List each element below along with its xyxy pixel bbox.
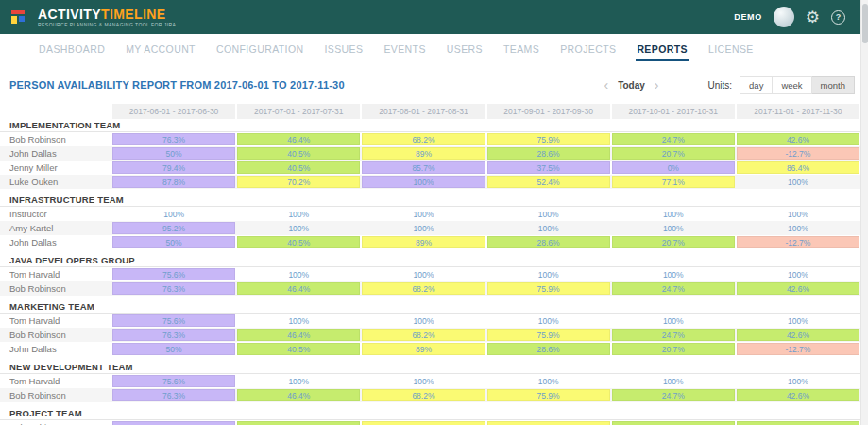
availability-cell: 75.6%: [112, 375, 235, 387]
app-logo-icon[interactable]: [11, 9, 30, 25]
availability-cell: 76.3%: [112, 133, 235, 145]
team-section-header: NEW DEVELOPMENT TEAM: [0, 361, 860, 374]
person-name: Tom Harvald: [0, 267, 111, 281]
availability-cell: 24.7%: [612, 282, 735, 295]
availability-cell: 75.6%: [112, 268, 235, 280]
availability-cell: 46.4%: [237, 389, 360, 401]
nav-item-issues[interactable]: ISSUES: [323, 35, 364, 61]
availability-cell: 40.5%: [237, 147, 360, 160]
units-label: Units:: [708, 80, 733, 91]
availability-cell: 68.2%: [362, 421, 485, 425]
availability-cell: 37.5%: [487, 162, 610, 174]
nav-item-configuration[interactable]: CONFIGURATION: [215, 35, 305, 61]
app-window: ACTIVITYTIMELINE RESOURCE PLANNING & MAN…: [0, 0, 868, 425]
availability-cell: 40.5%: [237, 343, 360, 355]
availability-cell: 87.8%: [112, 176, 235, 188]
table-row: Bob Robinson76.3%46.4%68.2%75.9%24.7%42.…: [0, 388, 860, 402]
table-row: Instructor100%100%100%100%100%100%: [0, 207, 860, 221]
availability-cell: 24.7%: [612, 133, 735, 145]
toolbar-controls: ‹ Today › Units: dayweekmonth: [598, 76, 855, 94]
nav-item-dashboard[interactable]: DASHBOARD: [38, 35, 106, 61]
scrollbar-thumb[interactable]: [862, 4, 868, 43]
availability-cell: 75.9%: [487, 282, 610, 295]
nav-item-users[interactable]: USERS: [446, 35, 484, 61]
availability-cell: 46.4%: [237, 421, 360, 425]
person-name: John Dallas: [0, 342, 111, 356]
gear-icon[interactable]: ⚙: [806, 9, 820, 26]
availability-cell: 68.2%: [362, 133, 485, 145]
availability-cell: 89%: [362, 147, 485, 160]
table-row: John Dallas50%40.5%89%28.6%20.7%-12.7%: [0, 342, 860, 356]
today-button[interactable]: Today: [614, 80, 649, 91]
table-row: Bob Robinson76.3%46.4%68.2%75.9%24.7%42.…: [0, 132, 860, 146]
availability-cell: 50%: [112, 147, 235, 160]
table-row: Luke Ouken87.8%70.2%100%52.4%77.1%100%: [0, 175, 860, 189]
person-name: Instructor: [0, 207, 111, 221]
availability-cell: 68.2%: [362, 282, 485, 295]
availability-cell: 100%: [362, 176, 485, 188]
availability-cell: 100%: [237, 208, 360, 220]
person-name: Bob Robinson: [0, 328, 111, 342]
availability-cell: 100%: [737, 268, 859, 280]
availability-cell: 42.6%: [737, 389, 859, 401]
nav-item-teams[interactable]: TEAMS: [502, 35, 540, 61]
unit-button-week[interactable]: week: [773, 76, 811, 94]
person-name: Jenny Miller: [0, 161, 111, 175]
nav-item-events[interactable]: EVENTS: [383, 35, 426, 61]
availability-cell: 70.2%: [237, 176, 360, 188]
help-icon[interactable]: ?: [831, 10, 845, 25]
availability-cell: 46.4%: [237, 329, 360, 341]
user-label: DEMO: [734, 12, 761, 22]
column-header: 2017-07-01 - 2017-07-31: [237, 104, 360, 119]
team-section-infrastructure-team: INFRASTRUCTURE TEAMInstructor100%100%100…: [0, 194, 860, 249]
availability-cell: 42.6%: [737, 421, 859, 425]
availability-table: 2017-06-01 - 2017-06-302017-07-01 - 2017…: [0, 104, 860, 425]
availability-cell: 100%: [362, 375, 485, 387]
units-group: dayweekmonth: [740, 76, 855, 94]
availability-cell: 75.9%: [487, 421, 610, 425]
table-body: IMPLEMENTATION TEAMBob Robinson76.3%46.4…: [0, 119, 860, 425]
brand-secondary: TIMELINE: [101, 7, 166, 22]
table-header-name-column: [0, 104, 111, 119]
availability-cell: 20.7%: [612, 236, 735, 248]
person-name: Bob Robinson: [0, 281, 111, 296]
unit-button-day[interactable]: day: [740, 76, 773, 94]
next-period-button[interactable]: ›: [649, 78, 665, 92]
availability-cell: 100%: [487, 222, 610, 234]
logo-red-bar: [11, 10, 25, 14]
availability-cell: 40.5%: [237, 162, 360, 174]
user-avatar[interactable]: [774, 7, 794, 27]
brand[interactable]: ACTIVITYTIMELINE RESOURCE PLANNING & MAN…: [38, 8, 176, 27]
vertical-scrollbar[interactable]: [860, 0, 868, 425]
report-toolbar: PERSON AVAILABILITY REPORT FROM 2017-06-…: [0, 62, 868, 94]
availability-cell: 42.6%: [737, 133, 859, 145]
nav-item-projects[interactable]: PROJECTS: [559, 35, 617, 61]
availability-cell: 75.9%: [487, 133, 610, 145]
availability-cell: 75.6%: [112, 314, 235, 327]
availability-cell: 40.5%: [237, 236, 360, 248]
availability-cell: 75.9%: [487, 389, 610, 401]
person-name: Bob Robinson: [0, 132, 111, 146]
team-section-header: INFRASTRUCTURE TEAM: [0, 194, 860, 207]
nav-item-reports[interactable]: REPORTS: [636, 35, 689, 61]
nav-item-license[interactable]: LICENSE: [707, 35, 755, 61]
table-row: Amy Kartel95.2%100%100%100%100%100%: [0, 221, 860, 235]
availability-cell: 24.7%: [612, 329, 735, 341]
availability-cell: 24.7%: [612, 421, 735, 425]
table-header-row: 2017-06-01 - 2017-06-302017-07-01 - 2017…: [0, 104, 860, 119]
prev-period-button[interactable]: ‹: [598, 78, 614, 92]
unit-button-month[interactable]: month: [812, 76, 855, 94]
availability-cell: 79.4%: [112, 162, 235, 174]
table-row: John Dallas50%40.5%89%28.6%20.7%-12.7%: [0, 146, 860, 161]
availability-cell: 89%: [362, 236, 485, 248]
availability-cell: 100%: [237, 314, 360, 327]
availability-cell: 50%: [112, 236, 235, 248]
table-row: John Dallas50%40.5%89%28.6%20.7%-12.7%: [0, 235, 860, 249]
person-name: Tom Harvald: [0, 314, 111, 328]
nav-item-my-account[interactable]: MY ACCOUNT: [125, 35, 196, 61]
team-section-header: JAVA DEVELOPERS GROUP: [0, 254, 860, 267]
availability-cell: -12.7%: [737, 147, 859, 160]
logo-blue-bar: [19, 16, 25, 22]
availability-cell: 100%: [737, 375, 859, 387]
person-name: Tom Harvald: [0, 374, 111, 388]
